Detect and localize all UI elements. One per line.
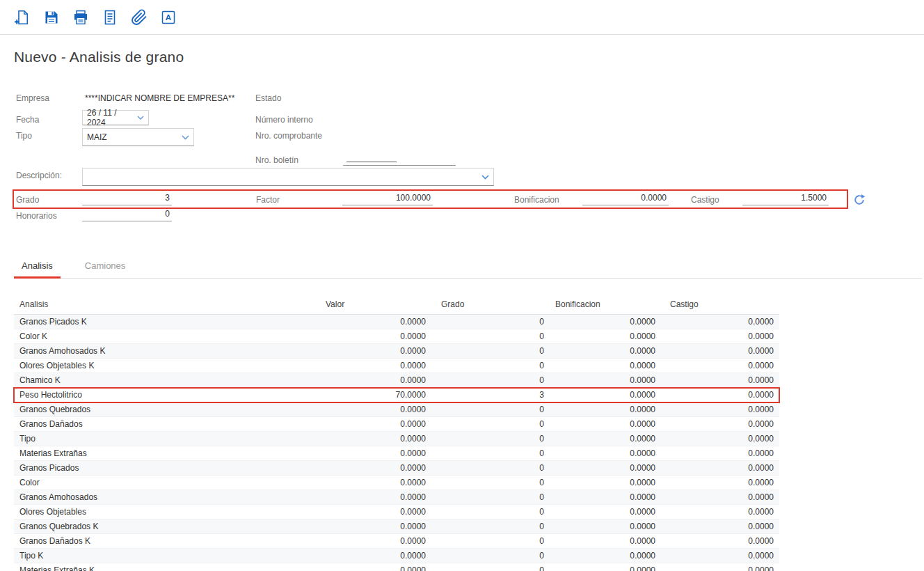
cell-valor: 0.0000 xyxy=(320,344,431,359)
table-row[interactable]: Granos Amohosados0.000000.00000.0000 xyxy=(14,490,779,505)
header-analisis: Analisis xyxy=(14,290,320,315)
table-row[interactable]: Materias Extrañas0.000000.00000.0000 xyxy=(14,446,779,461)
table-row[interactable]: Granos Dañados K0.000000.00000.0000 xyxy=(14,534,779,549)
table-header-row: Analisis Valor Grado Bonificacion Castig… xyxy=(14,290,779,315)
input-mask-line xyxy=(346,162,397,162)
nro-boletin-input[interactable] xyxy=(343,152,456,166)
table-row[interactable]: Materias Extrañas K0.000000.00000.0000 xyxy=(14,563,779,571)
table-row[interactable]: Granos Picados K0.000000.00000.0000 xyxy=(14,315,779,329)
empresa-label: Empresa xyxy=(16,93,49,103)
fecha-input[interactable]: 26 / 11 / 2024 xyxy=(82,110,149,125)
cell-bonificacion: 0.0000 xyxy=(550,534,661,549)
cell-castigo: 0.0000 xyxy=(661,519,779,534)
cell-castigo: 0.0000 xyxy=(661,476,779,490)
cell-valor: 0.0000 xyxy=(320,563,431,571)
table-row[interactable]: Granos Picados0.000000.00000.0000 xyxy=(14,461,779,476)
refresh-button[interactable] xyxy=(852,192,867,208)
cell-valor: 0.0000 xyxy=(320,359,431,373)
castigo-input[interactable]: 1.5000 xyxy=(742,191,829,205)
font-icon: A xyxy=(160,9,177,26)
table-row[interactable]: Peso Hectolitrico70.000030.00000.0000 xyxy=(14,388,779,402)
cell-grado: 0 xyxy=(431,373,550,388)
analysis-table: Analisis Valor Grado Bonificacion Castig… xyxy=(14,290,779,571)
refresh-icon xyxy=(853,194,866,206)
table-row[interactable]: Olores Objetables0.000000.00000.0000 xyxy=(14,505,779,519)
table-row[interactable]: Olores Objetables K0.000000.00000.0000 xyxy=(14,359,779,373)
chevron-down-icon xyxy=(182,135,189,140)
analysis-table-body: Granos Picados K0.000000.00000.0000Color… xyxy=(14,315,779,571)
cell-grado: 0 xyxy=(431,549,550,563)
cell-grado: 0 xyxy=(431,461,550,476)
cell-castigo: 0.0000 xyxy=(661,446,779,461)
chevron-down-icon xyxy=(481,175,489,180)
honorarios-label: Honorarios xyxy=(16,211,57,221)
save-icon xyxy=(43,9,60,26)
report-icon xyxy=(102,9,118,26)
bonificacion-input[interactable]: 0.0000 xyxy=(582,191,669,205)
report-button[interactable] xyxy=(101,8,119,26)
tipo-select[interactable]: MAIZ xyxy=(82,128,194,146)
cell-analisis: Olores Objetables xyxy=(14,505,320,519)
factor-input[interactable]: 100.0000 xyxy=(342,191,433,205)
cell-castigo: 0.0000 xyxy=(661,505,779,519)
cell-castigo: 0.0000 xyxy=(661,315,779,329)
fecha-value: 26 / 11 / 2024 xyxy=(87,108,137,127)
cell-castigo: 0.0000 xyxy=(661,490,779,505)
honorarios-input[interactable]: 0 xyxy=(82,207,172,221)
header-castigo: Castigo xyxy=(661,290,779,315)
numero-interno-label: Número interno xyxy=(255,115,313,125)
cell-grado: 0 xyxy=(431,563,550,571)
save-button[interactable] xyxy=(42,8,61,26)
table-row[interactable]: Color K0.000000.00000.0000 xyxy=(14,329,779,344)
new-document-button[interactable] xyxy=(13,8,31,26)
cell-castigo: 0.0000 xyxy=(661,417,779,432)
font-button[interactable]: A xyxy=(159,8,177,26)
cell-grado: 0 xyxy=(431,490,550,505)
cell-castigo: 0.0000 xyxy=(661,461,779,476)
descripcion-select[interactable] xyxy=(82,168,494,186)
attach-button[interactable] xyxy=(130,8,148,26)
svg-text:A: A xyxy=(166,13,171,22)
cell-bonificacion: 0.0000 xyxy=(550,563,661,571)
cell-analisis: Tipo K xyxy=(14,549,320,563)
cell-analisis: Peso Hectolitrico xyxy=(14,388,320,402)
cell-bonificacion: 0.0000 xyxy=(550,549,661,563)
cell-bonificacion: 0.0000 xyxy=(550,519,661,534)
table-row[interactable]: Granos Amohosados K0.000000.00000.0000 xyxy=(14,344,779,359)
header-bonificacion: Bonificacion xyxy=(550,290,661,315)
nro-comprobante-label: Nro. comprobante xyxy=(255,131,322,141)
cell-grado: 0 xyxy=(431,476,550,490)
table-row[interactable]: Chamico K0.000000.00000.0000 xyxy=(14,373,779,388)
tipo-label: Tipo xyxy=(16,131,32,141)
table-row[interactable]: Granos Quebrados K0.000000.00000.0000 xyxy=(14,519,779,534)
cell-bonificacion: 0.0000 xyxy=(550,329,661,344)
table-row[interactable]: Tipo K0.000000.00000.0000 xyxy=(14,549,779,563)
cell-grado: 0 xyxy=(431,446,550,461)
cell-valor: 0.0000 xyxy=(320,476,431,490)
print-icon xyxy=(72,9,89,26)
cell-analisis: Materias Extrañas K xyxy=(14,563,320,571)
cell-analisis: Granos Amohosados K xyxy=(14,344,320,359)
header-valor: Valor xyxy=(320,290,431,315)
cell-castigo: 0.0000 xyxy=(661,432,779,446)
cell-valor: 0.0000 xyxy=(320,329,431,344)
table-row[interactable]: Granos Quebrados0.000000.00000.0000 xyxy=(14,402,779,417)
table-row[interactable]: Tipo0.000000.00000.0000 xyxy=(14,432,779,446)
cell-valor: 0.0000 xyxy=(320,315,431,329)
cell-grado: 0 xyxy=(431,359,550,373)
empresa-value: ****INDICAR NOMBRE DE EMPRESA** xyxy=(85,93,234,103)
cell-grado: 0 xyxy=(431,432,550,446)
print-button[interactable] xyxy=(72,8,90,26)
bonificacion-label: Bonificacion xyxy=(514,195,559,205)
cell-analisis: Granos Quebrados K xyxy=(14,519,320,534)
cell-grado: 0 xyxy=(431,519,550,534)
tab-camiones[interactable]: Camiones xyxy=(77,255,134,278)
cell-castigo: 0.0000 xyxy=(661,359,779,373)
cell-valor: 0.0000 xyxy=(320,490,431,505)
table-row[interactable]: Granos Dañados0.000000.00000.0000 xyxy=(14,417,779,432)
tab-analisis[interactable]: Analisis xyxy=(14,255,61,278)
cell-grado: 0 xyxy=(431,344,550,359)
cell-bonificacion: 0.0000 xyxy=(550,315,661,329)
grado-input[interactable]: 3 xyxy=(82,191,172,205)
table-row[interactable]: Color0.000000.00000.0000 xyxy=(14,476,779,490)
